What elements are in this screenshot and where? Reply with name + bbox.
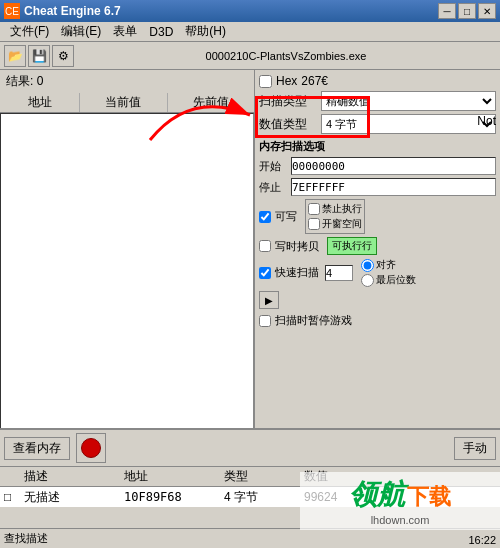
row-val: 99624 bbox=[304, 490, 364, 504]
col-desc: 描述 bbox=[24, 468, 124, 485]
fast-scan-label: 快速扫描 bbox=[275, 265, 319, 280]
maximize-button[interactable]: □ bbox=[458, 3, 476, 19]
writable-label: 可写 bbox=[275, 209, 297, 224]
time-display: 16:22 bbox=[468, 534, 496, 546]
scan-type-label: 扫描类型 bbox=[259, 93, 317, 110]
open-win-row: 开窗空间 bbox=[308, 217, 362, 231]
status-bar: 查找描述 bbox=[0, 528, 500, 548]
red-circle-button[interactable] bbox=[76, 433, 106, 463]
pause-game-row: 扫描时暂停游戏 bbox=[259, 313, 496, 328]
start-addr-input[interactable] bbox=[291, 157, 496, 175]
hand-button[interactable]: 手动 bbox=[454, 437, 496, 460]
align-option: 对齐 bbox=[361, 258, 416, 272]
toolbar: 📂 💾 ⚙ 0000210C-PlantsVsZombies.exe bbox=[0, 42, 500, 70]
last-digit-option: 最后位数 bbox=[361, 273, 416, 287]
stop-addr-input[interactable] bbox=[291, 178, 496, 196]
menu-d3d[interactable]: D3D bbox=[143, 24, 179, 40]
menu-table[interactable]: 表单 bbox=[107, 22, 143, 41]
results-count: 结果: 0 bbox=[6, 73, 43, 90]
fast-scan-checkbox[interactable] bbox=[259, 267, 271, 279]
bottom-table-header: 描述 地址 类型 数值 bbox=[0, 467, 500, 487]
col-type: 类型 bbox=[224, 468, 304, 485]
writable-row: 可写 禁止执行 开窗空间 bbox=[259, 199, 496, 234]
row-addr: 10F89F68 bbox=[124, 490, 224, 504]
arrow-icon-btn[interactable]: ▶ bbox=[259, 291, 279, 309]
last-digit-radio[interactable] bbox=[361, 274, 374, 287]
title-bar: CE Cheat Engine 6.7 ─ □ ✕ bbox=[0, 0, 500, 22]
app-icon: CE bbox=[4, 3, 20, 19]
col-previous: 先前值 bbox=[168, 93, 255, 112]
executable-label: 可执行行 bbox=[332, 240, 372, 251]
column-headers: 地址 当前值 先前值 bbox=[0, 93, 254, 113]
fast-scan-value[interactable] bbox=[325, 265, 353, 281]
results-header: 结果: 0 bbox=[0, 70, 254, 93]
title-buttons: ─ □ ✕ bbox=[438, 3, 496, 19]
scan-type-select[interactable]: 精确数值 bbox=[321, 91, 496, 111]
copy-on-write-checkbox[interactable] bbox=[259, 240, 271, 252]
col-val: 数值 bbox=[304, 468, 364, 485]
no-exec-checkbox[interactable] bbox=[308, 203, 320, 215]
col-current: 当前值 bbox=[80, 93, 168, 112]
save-button[interactable]: 💾 bbox=[28, 45, 50, 67]
row-type: 4 字节 bbox=[224, 489, 304, 506]
data-type-select[interactable]: 4 字节 bbox=[321, 114, 496, 134]
close-button[interactable]: ✕ bbox=[478, 3, 496, 19]
memory-section-label: 内存扫描选项 bbox=[259, 139, 496, 154]
no-exec-row: 禁止执行 bbox=[308, 202, 362, 216]
hex-value: 267€ bbox=[301, 74, 328, 88]
bottom-toolbar: 查看内存 手动 bbox=[0, 430, 500, 467]
start-label: 开始 bbox=[259, 159, 287, 174]
align-label: 对齐 bbox=[376, 258, 396, 272]
start-addr-row: 开始 bbox=[259, 157, 496, 175]
arrow-icon: ▶ bbox=[265, 295, 273, 306]
stop-label: 停止 bbox=[259, 180, 287, 195]
settings-button[interactable]: ⚙ bbox=[52, 45, 74, 67]
title-bar-left: CE Cheat Engine 6.7 bbox=[4, 3, 121, 19]
bottom-section: 查看内存 手动 描述 地址 类型 数值 □ 无描述 10F89F68 4 字节 … bbox=[0, 428, 500, 528]
open-button[interactable]: 📂 bbox=[4, 45, 26, 67]
view-memory-button[interactable]: 查看内存 bbox=[4, 437, 70, 460]
scan-type-row: 扫描类型 精确数值 bbox=[259, 91, 496, 111]
pause-game-checkbox[interactable] bbox=[259, 315, 271, 327]
status-text: 查找描述 bbox=[4, 531, 48, 546]
col-address: 地址 bbox=[0, 93, 80, 112]
window: CE Cheat Engine 6.7 ─ □ ✕ 文件(F) 编辑(E) 表单… bbox=[0, 0, 500, 548]
menu-edit[interactable]: 编辑(E) bbox=[55, 22, 107, 41]
minimize-button[interactable]: ─ bbox=[438, 3, 456, 19]
open-win-checkbox[interactable] bbox=[308, 218, 320, 230]
row-check: □ bbox=[4, 490, 24, 504]
right-options: 禁止执行 开窗空间 bbox=[305, 199, 365, 234]
executable-btn[interactable]: 可执行行 bbox=[327, 237, 377, 255]
stop-addr-row: 停止 bbox=[259, 178, 496, 196]
hex-checkbox[interactable] bbox=[259, 75, 272, 88]
hex-row: Hex 267€ bbox=[259, 74, 496, 88]
menu-bar: 文件(F) 编辑(E) 表单 D3D 帮助(H) bbox=[0, 22, 500, 42]
writable-checkbox[interactable] bbox=[259, 211, 271, 223]
data-type-row: 数值类型 4 字节 bbox=[259, 114, 496, 134]
no-exec-label: 禁止执行 bbox=[322, 202, 362, 216]
data-type-label: 数值类型 bbox=[259, 116, 317, 133]
row-desc: 无描述 bbox=[24, 489, 124, 506]
align-group: 对齐 最后位数 bbox=[361, 258, 416, 287]
align-radio[interactable] bbox=[361, 259, 374, 272]
last-digit-label: 最后位数 bbox=[376, 273, 416, 287]
copy-on-write-label: 写时拷贝 bbox=[275, 239, 319, 254]
fast-scan-row: 快速扫描 对齐 最后位数 bbox=[259, 258, 496, 287]
open-win-label: 开窗空间 bbox=[322, 217, 362, 231]
pause-game-label: 扫描时暂停游戏 bbox=[275, 313, 352, 328]
icon-row: ▶ bbox=[259, 290, 496, 310]
process-title: 0000210C-PlantsVsZombies.exe bbox=[76, 50, 496, 62]
red-circle-icon bbox=[81, 438, 101, 458]
not-label: Not bbox=[477, 114, 496, 128]
menu-help[interactable]: 帮助(H) bbox=[179, 22, 232, 41]
window-title: Cheat Engine 6.7 bbox=[24, 4, 121, 18]
table-row[interactable]: □ 无描述 10F89F68 4 字节 99624 bbox=[0, 487, 500, 507]
col-addr: 地址 bbox=[124, 468, 224, 485]
hex-label: Hex bbox=[276, 74, 297, 88]
copy-on-write-row: 写时拷贝 可执行行 bbox=[259, 237, 496, 255]
menu-file[interactable]: 文件(F) bbox=[4, 22, 55, 41]
